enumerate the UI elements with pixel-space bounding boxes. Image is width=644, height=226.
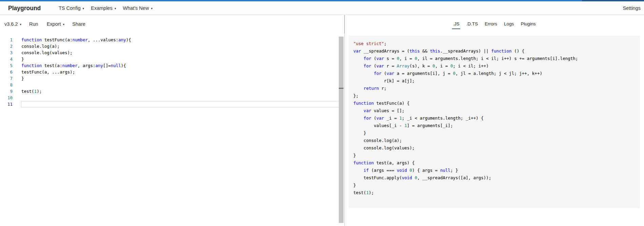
line-number[interactable]: 10 (0, 95, 13, 101)
tab-errors[interactable]: Errors (484, 20, 498, 29)
output-code-line: }; (353, 92, 578, 100)
version-dropdown[interactable]: v3.6.2 ▾ (4, 21, 21, 27)
chevron-down-icon: ▾ (82, 7, 84, 10)
output-code-line: for (var r = Array(s), k = 0, i = 0; i <… (353, 62, 578, 70)
nav-item-ts-config[interactable]: TS Config▾ (55, 5, 87, 11)
output-code-line: function testFunc(a) { (353, 100, 578, 107)
main-nav: TS Config▾Examples▾What's New▾ (55, 1, 156, 15)
tab-js[interactable]: .JS (452, 20, 460, 29)
line-number[interactable]: 7 (0, 75, 13, 82)
editor-code-line[interactable]: } (21, 75, 131, 82)
line-number[interactable]: 1 (0, 37, 13, 43)
tab-logs[interactable]: Logs (503, 20, 514, 29)
settings-button[interactable]: Settings (623, 1, 641, 15)
editor-code-line[interactable]: test(1); (21, 88, 131, 95)
editor-code-line[interactable] (21, 82, 131, 88)
line-number-gutter: 1234567891011 (0, 37, 13, 107)
output-code-line: console.log(values); (353, 144, 578, 152)
output-code-line: r[k] = a[j]; (353, 77, 578, 85)
tab-dts[interactable]: .D.TS (466, 20, 479, 29)
output-code-line: console.log(a); (353, 137, 578, 144)
line-number[interactable]: 9 (0, 88, 13, 95)
editor-code-line[interactable]: console.log(a); (21, 43, 131, 49)
output-code-line: test(1); (353, 189, 578, 197)
editor-code-line[interactable] (21, 101, 131, 107)
editor-code-line[interactable]: testFunc(a, ...args); (21, 69, 131, 75)
output-code-line: for (var s = 0, i = 0, il = arguments.le… (353, 55, 578, 62)
line-number[interactable]: 3 (0, 49, 13, 56)
code-editor[interactable]: 1234567891011 function testFunc(a:number… (0, 33, 345, 226)
nav-item-what-s-new[interactable]: What's New▾ (119, 5, 156, 11)
chevron-down-icon: ▾ (20, 23, 22, 26)
output-code-line: function test(a, args) { (353, 159, 578, 167)
line-number[interactable]: 2 (0, 43, 13, 49)
line-number[interactable]: 11 (0, 101, 13, 107)
line-number[interactable]: 5 (0, 62, 13, 69)
output-code-line: testFunc.apply(void 0, __spreadArrays([a… (353, 174, 578, 182)
output-code-line: values[_i - 1] = arguments[_i]; (353, 122, 578, 129)
output-code-line: return r; (353, 85, 578, 92)
editor-code-line[interactable]: console.log(values); (21, 49, 131, 56)
editor-code-line[interactable]: } (21, 56, 131, 62)
output-code-line: for (var _i = 1; _i < arguments.length; … (353, 115, 578, 122)
chevron-down-icon: ▾ (63, 23, 65, 26)
editor-code: function testFunc(a:number, ...values:an… (21, 37, 131, 107)
line-number[interactable]: 4 (0, 56, 13, 62)
output-code-line: } (353, 182, 578, 189)
output-code-line: } (353, 152, 578, 159)
toolbar-items: v3.6.2 ▾ Run Export ▾ Share (4, 15, 85, 33)
page-title: Playground (8, 5, 41, 12)
editor-code-line[interactable]: function test(a:number, args:any[]=null)… (21, 62, 131, 69)
output-code-line: "use strict"; (353, 40, 578, 47)
compiled-js-code: "use strict";var __spreadArrays = (this … (353, 40, 578, 197)
version-label: v3.6.2 (4, 21, 18, 27)
editor-code-line[interactable] (21, 95, 131, 101)
run-button[interactable]: Run (29, 21, 38, 27)
nav-item-label: What's New (123, 5, 149, 11)
chevron-down-icon: ▾ (151, 7, 153, 10)
export-dropdown[interactable]: Export ▾ (47, 21, 64, 27)
output-tab-bar: .JS.D.TSErrorsLogsPlugins (345, 15, 644, 33)
output-code-line: var __spreadArrays = (this && this.__spr… (353, 47, 578, 55)
nav-item-examples[interactable]: Examples▾ (87, 5, 119, 11)
editor-toolbar: v3.6.2 ▾ Run Export ▾ Share (0, 15, 345, 33)
header: Playground TS Config▾Examples▾What's New… (0, 1, 644, 15)
nav-item-label: TS Config (59, 5, 80, 11)
nav-item-label: Examples (91, 5, 113, 11)
line-number[interactable]: 8 (0, 82, 13, 88)
compiled-output-panel: "use strict";var __spreadArrays = (this … (349, 36, 640, 208)
editor-code-line[interactable]: function testFunc(a:number, ...values:an… (21, 37, 131, 43)
output-code-line: if (args === void 0) { args = null; } (353, 167, 578, 174)
cursor-position-marker (339, 88, 344, 89)
editor-scrollbar[interactable] (339, 37, 344, 223)
output-code-line: var values = []; (353, 107, 578, 115)
run-label: Run (29, 21, 38, 27)
share-label: Share (72, 21, 85, 27)
chevron-down-icon: ▾ (115, 7, 116, 10)
export-label: Export (47, 21, 61, 27)
output-code-line: for (var a = arguments[i], j = 0, jl = a… (353, 70, 578, 77)
tab-plugins[interactable]: Plugins (520, 20, 536, 29)
output-code-line: } (353, 129, 578, 137)
share-button[interactable]: Share (72, 21, 85, 27)
typescript-playground: Playground TS Config▾Examples▾What's New… (0, 0, 644, 226)
line-number[interactable]: 6 (0, 69, 13, 75)
